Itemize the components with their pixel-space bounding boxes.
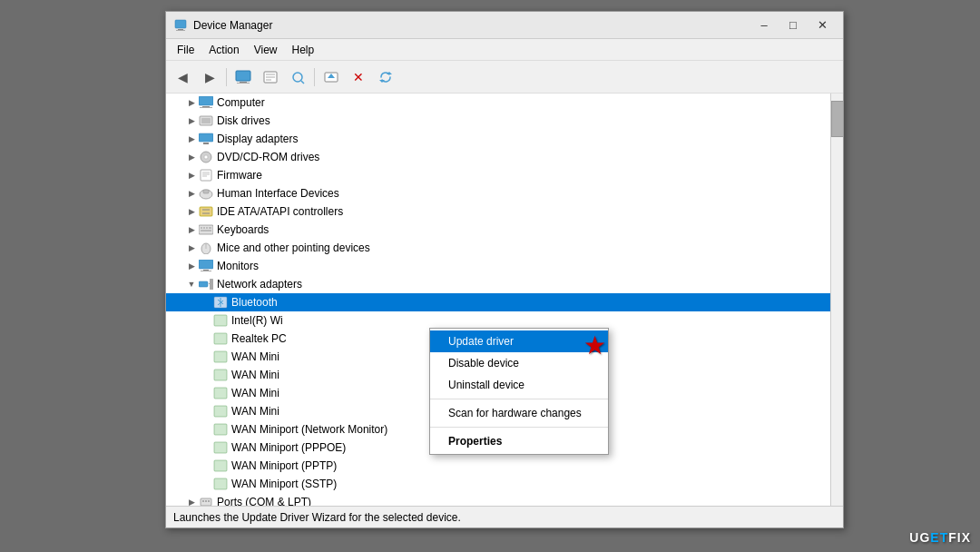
tree-item-firmware[interactable]: ▶ Firmware [166,166,830,184]
arrow-monitors: ▶ [184,259,199,273]
back-button[interactable]: ◀ [170,64,195,90]
menu-file[interactable]: File [170,42,201,58]
label-wan-pptp: WAN Miniport (PPTP) [231,459,337,472]
toolbar: ◀ ▶ ✕ [166,61,843,94]
watermark: UGETFIX [909,530,971,545]
properties-icon-btn[interactable] [258,64,283,90]
toolbar-separator-2 [314,68,315,86]
svg-rect-61 [214,478,227,489]
svg-rect-3 [236,71,250,81]
arrow-firmware: ▶ [184,168,199,182]
icon-disk-drives [199,113,213,128]
svg-rect-5 [237,83,250,84]
label-wan-nm: WAN Miniport (Network Monitor) [231,423,387,436]
arrow-keyboards: ▶ [184,222,199,237]
svg-rect-65 [208,500,210,502]
tree-item-bluetooth[interactable]: Bluetooth [166,293,830,311]
label-wan-sstp: WAN Miniport (SSTP) [231,478,337,490]
update-driver-btn[interactable] [318,64,344,90]
icon-wan-sstp [213,477,228,491]
close-button[interactable]: ✕ [808,15,836,35]
arrow-dvd-drives: ▶ [184,150,199,164]
icon-wan-4 [213,404,228,419]
tree-item-ide[interactable]: ▶ IDE ATA/ATAPI controllers [166,202,830,221]
window-icon [173,18,188,33]
menu-action[interactable]: Action [201,42,246,58]
svg-rect-52 [214,315,227,326]
tree-item-display-adapters[interactable]: ▶ Display adapters [166,130,830,148]
svg-rect-22 [203,143,209,144]
device-tree[interactable]: ▶ Computer ▶ Disk drives ▶ [166,94,830,506]
svg-rect-55 [214,370,227,380]
watermark-accent: ET [930,530,948,545]
label-bluetooth: Bluetooth [231,296,278,309]
ctx-disable-device[interactable]: Disable device [430,352,608,374]
tree-item-mice[interactable]: ▶ Mice and other pointing devices [166,239,830,257]
svg-rect-57 [214,406,227,417]
svg-rect-38 [209,227,211,229]
icon-firmware [199,168,213,182]
icon-wan-3 [213,386,228,400]
computer-icon-btn[interactable] [230,64,256,90]
icon-wan-pppoe [213,440,228,455]
tree-item-disk-drives[interactable]: ▶ Disk drives [166,112,830,130]
tree-item-intel-wi[interactable]: Intel(R) Wi [166,311,830,330]
tree-item-computer[interactable]: ▶ Computer [166,94,830,112]
icon-wan-pptp [213,458,228,473]
label-display-adapters: Display adapters [217,133,298,145]
svg-rect-35 [201,227,202,229]
label-wan-pppoe: WAN Miniport (PPPOE) [231,441,346,454]
tree-item-wan-sstp[interactable]: WAN Miniport (SSTP) [166,475,830,493]
ctx-properties[interactable]: Properties [430,430,608,452]
tree-item-monitors[interactable]: ▶ Monitors [166,257,830,275]
svg-rect-36 [203,227,205,229]
svg-rect-60 [214,460,227,471]
remove-device-btn[interactable]: ✕ [346,64,371,90]
icon-intel-wi [213,313,228,328]
forward-button[interactable]: ▶ [197,64,222,90]
icon-wan-2 [213,368,228,382]
icon-dvd-drives [199,150,213,164]
svg-rect-20 [201,118,211,123]
refresh-btn[interactable] [373,64,398,90]
arrow-display-adapters: ▶ [184,132,199,146]
icon-wan-1 [213,350,228,364]
svg-rect-0 [175,20,186,28]
desktop: Device Manager – □ ✕ File Action View He… [0,0,980,552]
context-menu: Update driver Disable device Uninstall d… [429,328,609,455]
label-dvd-drives: DVD/CD-ROM drives [217,151,319,163]
tree-item-keyboards[interactable]: ▶ Keyboards [166,221,830,239]
ctx-uninstall-device[interactable]: Uninstall device [430,374,608,396]
svg-rect-21 [199,133,213,142]
scrollbar[interactable] [830,94,843,506]
svg-rect-42 [199,260,213,269]
svg-rect-18 [200,107,212,108]
tree-item-wan-pptp[interactable]: WAN Miniport (PPTP) [166,457,830,475]
label-disk-drives: Disk drives [217,114,270,127]
minimize-button[interactable]: – [750,15,778,35]
arrow-ide: ▶ [184,204,199,219]
label-intel-wi: Intel(R) Wi [231,314,283,327]
svg-rect-64 [205,500,207,502]
scan-icon-btn[interactable] [285,64,310,90]
label-keyboards: Keyboards [217,223,269,236]
menu-help[interactable]: Help [285,42,322,58]
tree-item-hid[interactable]: ▶ Human Interface Devices [166,184,830,202]
svg-rect-58 [214,424,227,435]
title-bar: Device Manager – □ ✕ [166,12,843,39]
svg-rect-59 [214,442,227,453]
arrow-ports: ▶ [184,495,199,506]
device-manager-window: Device Manager – □ ✕ File Action View He… [165,11,844,528]
svg-rect-63 [202,500,204,502]
menu-view[interactable]: View [247,42,285,58]
tree-item-dvd-drives[interactable]: ▶ DVD/CD-ROM drives [166,148,830,166]
scrollbar-thumb[interactable] [831,101,843,137]
ctx-update-driver[interactable]: Update driver [430,330,608,352]
tree-item-network[interactable]: ▼ Network adapters [166,275,830,293]
arrow-hid: ▶ [184,186,199,201]
label-wan-1: WAN Mini [231,350,279,363]
maximize-button[interactable]: □ [779,15,807,35]
ctx-scan-hardware[interactable]: Scan for hardware changes [430,402,608,424]
title-controls: – □ ✕ [750,15,836,35]
tree-item-ports[interactable]: ▶ Ports (COM & LPT) [166,493,830,506]
